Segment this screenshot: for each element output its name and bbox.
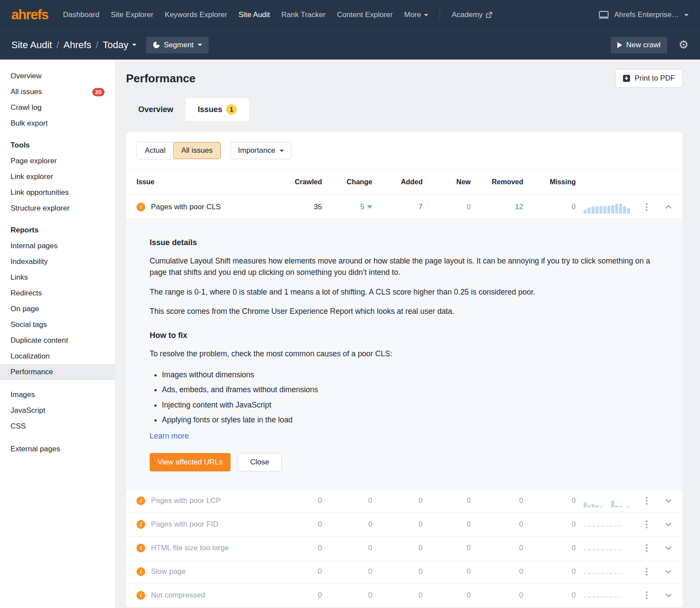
- row-menu-kebab-icon[interactable]: [644, 495, 649, 506]
- chevron-down-icon: [665, 593, 672, 597]
- info-icon[interactable]: [136, 544, 145, 552]
- chevron-down-icon[interactable]: [684, 14, 689, 16]
- sidebar-item-crawl-log[interactable]: Crawl log: [0, 100, 115, 116]
- sidebar-item-javascript[interactable]: JavaScript: [0, 403, 115, 418]
- issue-details-panel: Issue details Cumulative Layout Shift me…: [126, 219, 682, 489]
- sidebar-item-label: All issues: [10, 88, 42, 96]
- breadcrumb-site-audit[interactable]: Site Audit: [11, 39, 52, 51]
- sidebar-item-link-explorer[interactable]: Link explorer: [0, 169, 115, 185]
- nav-item-rank-tracker[interactable]: Rank Tracker: [281, 11, 326, 19]
- issue-name: Pages with poor LCP: [151, 496, 221, 505]
- new-value: 0: [423, 567, 471, 576]
- collapse-row-button[interactable]: [656, 205, 672, 209]
- crawled-value: 0: [273, 496, 322, 505]
- info-icon[interactable]: [136, 567, 145, 576]
- importance-dropdown[interactable]: Importance: [231, 142, 291, 159]
- how-to-fix-title: How to fix: [150, 331, 652, 340]
- table-row-slow-page[interactable]: Slow page 0 0 0 0 0 0: [126, 560, 682, 584]
- table-row-pages-with-poor-cls[interactable]: Pages with poor CLS 35 5 7 0 12 0: [126, 195, 682, 219]
- nav-item-site-audit[interactable]: Site Audit: [238, 11, 270, 19]
- breadcrumb-date-dropdown[interactable]: Today: [103, 39, 136, 51]
- segment-option-actual[interactable]: Actual: [137, 142, 173, 159]
- sidebar-item-css[interactable]: CSS: [0, 418, 115, 434]
- sidebar-item-internal-pages[interactable]: Internal pages: [0, 238, 115, 254]
- nav-item-academy[interactable]: Academy: [452, 11, 492, 19]
- segment-option-all-issues[interactable]: All issues: [173, 142, 220, 159]
- row-menu-kebab-icon[interactable]: [644, 542, 649, 554]
- added-value: 0: [372, 567, 423, 576]
- external-link-icon: [486, 12, 492, 18]
- chevron-down-icon: [132, 44, 136, 46]
- sidebar-item-external-pages[interactable]: External pages: [0, 441, 115, 457]
- info-icon[interactable]: [136, 496, 145, 505]
- ahrefs-logo[interactable]: ahrefs: [11, 7, 48, 23]
- sidebar-item-performance[interactable]: Performance: [0, 364, 115, 380]
- breadcrumb-project[interactable]: Ahrefs: [63, 39, 91, 51]
- row-menu-kebab-icon[interactable]: [644, 201, 649, 213]
- expand-row-button[interactable]: [656, 546, 672, 550]
- sidebar-item-images[interactable]: Images: [0, 387, 115, 403]
- breadcrumb-date-label: Today: [103, 39, 129, 51]
- table-row-not-compressed[interactable]: Not compressed 0 0 0 0 0 0: [126, 584, 682, 608]
- tab-overview[interactable]: Overview: [126, 98, 186, 121]
- learn-more-link[interactable]: Learn more: [150, 432, 189, 441]
- sidebar-item-all-issues[interactable]: All issues 20: [0, 84, 115, 100]
- sidebar-item-localization[interactable]: Localization: [0, 348, 115, 364]
- sidebar-item-label: Social tags: [10, 320, 47, 329]
- close-button[interactable]: Close: [238, 453, 282, 471]
- missing-value: 0: [523, 591, 576, 600]
- sidebar-item-duplicate-content[interactable]: Duplicate content: [0, 333, 115, 348]
- sidebar-item-indexability[interactable]: Indexability: [0, 254, 115, 270]
- issue-details-paragraph: This score comes from the Chrome User Ex…: [150, 306, 652, 317]
- info-icon[interactable]: [136, 520, 145, 529]
- sidebar-item-bulk-export[interactable]: Bulk export: [0, 116, 115, 131]
- nav-item-dashboard[interactable]: Dashboard: [63, 11, 99, 19]
- sidebar-item-social-tags[interactable]: Social tags: [0, 317, 115, 333]
- new-crawl-button[interactable]: New crawl: [611, 37, 667, 53]
- sidebar-item-link-opportunities[interactable]: Link opportunities: [0, 185, 115, 200]
- sidebar-item-links[interactable]: Links: [0, 270, 115, 285]
- info-icon[interactable]: [136, 591, 145, 600]
- nav-item-content-explorer[interactable]: Content Explorer: [337, 11, 393, 19]
- expand-row-button[interactable]: [656, 593, 672, 597]
- chevron-down-icon: [665, 522, 672, 527]
- expand-row-button[interactable]: [656, 569, 672, 574]
- nav-item-keywords-explorer[interactable]: Keywords Explorer: [165, 11, 228, 19]
- expand-row-button[interactable]: [656, 499, 672, 503]
- issue-details-paragraph: The range is 0-1, where 0 is stable and …: [150, 286, 652, 298]
- account-name[interactable]: Ahrefs Enterprise…: [614, 11, 679, 19]
- print-to-pdf-button[interactable]: Print to PDF: [615, 69, 682, 88]
- sidebar-item-label: Page explorer: [10, 157, 57, 165]
- column-header-issue: Issue: [136, 178, 273, 186]
- sidebar-item-overview[interactable]: Overview: [0, 68, 115, 84]
- row-menu-kebab-icon[interactable]: [644, 519, 649, 530]
- row-menu-kebab-icon[interactable]: [644, 566, 649, 577]
- fix-cause-item: Applying fonts or styles late in the loa…: [162, 412, 652, 427]
- settings-gear-icon[interactable]: ⚙: [679, 38, 689, 52]
- nav-item-more[interactable]: More: [404, 11, 429, 19]
- chevron-down-icon: [280, 150, 284, 152]
- sidebar-item-page-explorer[interactable]: Page explorer: [0, 153, 115, 169]
- segment-button[interactable]: Segment: [146, 37, 209, 53]
- view-affected-urls-button[interactable]: View affected URLs: [150, 453, 231, 471]
- print-to-pdf-label: Print to PDF: [634, 74, 675, 83]
- sidebar-item-label: Duplicate content: [10, 336, 68, 345]
- row-menu-kebab-icon[interactable]: [644, 590, 649, 601]
- info-icon[interactable]: [136, 203, 145, 211]
- sidebar-item-redirects[interactable]: Redirects: [0, 285, 115, 301]
- table-row-html-file-size-too-large[interactable]: HTML file size too large 0 0 0 0 0 0: [126, 537, 682, 560]
- sidebar-item-structure-explorer[interactable]: Structure explorer: [0, 200, 115, 216]
- tab-issues[interactable]: Issues 1: [186, 98, 249, 121]
- change-value: 0: [368, 591, 372, 600]
- history-sparkline-empty: [576, 589, 637, 602]
- sidebar-item-on-page[interactable]: On page: [0, 301, 115, 317]
- crawled-value: 0: [273, 591, 322, 600]
- nav-divider: [440, 10, 440, 20]
- filter-bar: Actual All issues Importance: [126, 132, 682, 169]
- expand-row-button[interactable]: [656, 522, 672, 527]
- tab-label: Issues: [198, 105, 222, 114]
- table-row-pages-with-poor-lcp[interactable]: Pages with poor LCP 0 0 0 0 0 0: [126, 489, 682, 513]
- nav-item-site-explorer[interactable]: Site Explorer: [111, 11, 153, 19]
- table-row-pages-with-poor-fid[interactable]: Pages with poor FID 0 0 0 0 0 0: [126, 513, 682, 537]
- fix-cause-item: Images without dimensions: [162, 367, 652, 382]
